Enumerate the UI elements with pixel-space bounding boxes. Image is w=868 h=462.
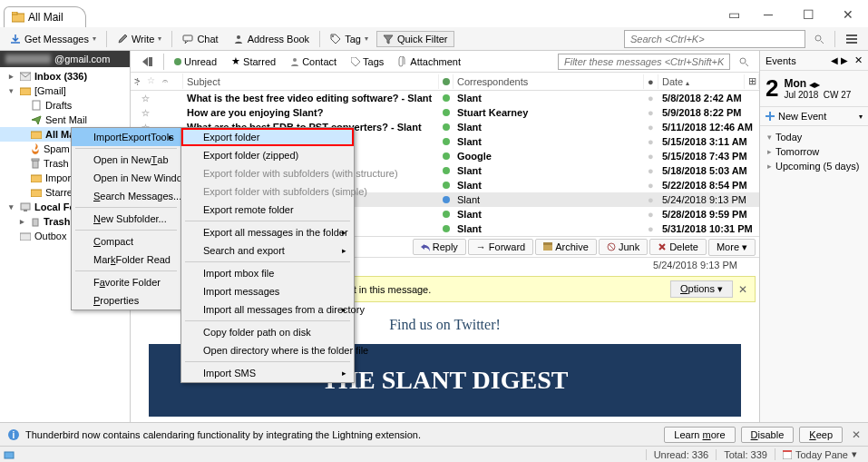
- tab-all-mail[interactable]: All Mail: [4, 6, 86, 27]
- ctx-export-remote[interactable]: Export remote folder: [181, 201, 354, 219]
- account-header[interactable]: @gmail.com: [0, 51, 130, 67]
- ctx-new-subfolder[interactable]: New Subfolder...: [72, 210, 180, 228]
- svg-rect-16: [33, 219, 38, 226]
- sent-icon: [31, 115, 42, 124]
- ctx-import-sms[interactable]: Import SMS▸: [181, 364, 354, 382]
- filter-toggle-button[interactable]: [134, 54, 160, 70]
- maximize-button[interactable]: ☐: [788, 2, 828, 27]
- chat-icon: [182, 34, 193, 44]
- delete-button[interactable]: Delete: [649, 239, 707, 255]
- star-icon: ☆: [147, 75, 155, 87]
- options-button[interactable]: OOptionsptions ▾: [670, 280, 733, 298]
- filter-tags[interactable]: Tags: [345, 54, 390, 70]
- junk-button[interactable]: Junk: [599, 239, 648, 255]
- ctx-copy-path[interactable]: Copy folder path on disk: [181, 323, 354, 341]
- search-input[interactable]: [624, 30, 805, 48]
- thread-icon: ⸖: [134, 75, 140, 87]
- ctx-import-export-tools[interactable]: ImportExportTools▸: [72, 128, 180, 146]
- info-icon: i: [7, 428, 20, 441]
- new-event-button[interactable]: New Event ▾: [760, 107, 868, 126]
- ctx-open-new-tab[interactable]: Open in New Tab: [72, 151, 180, 169]
- col-junk[interactable]: ●: [644, 74, 658, 89]
- close-icon[interactable]: ✕: [854, 54, 863, 65]
- close-icon[interactable]: ✕: [738, 283, 747, 296]
- chat-button[interactable]: Chat: [176, 31, 224, 47]
- funnel-icon: [383, 34, 394, 44]
- svg-point-3: [237, 35, 240, 39]
- next-icon[interactable]: ▶: [841, 55, 848, 65]
- prev-icon[interactable]: ◀: [831, 55, 838, 65]
- next-day-icon[interactable]: ▶: [814, 81, 820, 89]
- filter-starred[interactable]: ★Starred: [225, 53, 282, 70]
- write-button[interactable]: Write ▾: [111, 31, 168, 47]
- today-pane-button[interactable]: Today Pane ▾: [775, 448, 864, 460]
- ctx-import-messages[interactable]: Import messages: [181, 282, 354, 300]
- get-messages-button[interactable]: Get Messages ▾: [4, 31, 102, 47]
- message-row[interactable]: ☆What is the best free video editing sof…: [131, 91, 759, 105]
- ctx-export-all[interactable]: Export all messages in the folder▸: [181, 223, 354, 241]
- svg-rect-12: [31, 175, 42, 182]
- col-date[interactable]: Date ▴: [658, 74, 745, 89]
- fire-icon: [31, 143, 40, 154]
- folder-icon: [31, 173, 42, 182]
- forward-button[interactable]: → Forward: [468, 239, 533, 255]
- svg-rect-18: [149, 57, 152, 66]
- svg-rect-11: [32, 159, 39, 161]
- disable-button[interactable]: Disable: [741, 427, 795, 443]
- filter-input[interactable]: [558, 54, 730, 70]
- column-header: ⸖ ☆ 𝄐 Subject Correspondents ● Date ▴ ⊞: [131, 73, 759, 91]
- filter-unread[interactable]: Unread: [168, 54, 223, 70]
- address-book-button[interactable]: Address Book: [227, 31, 316, 47]
- ctx-mark-read[interactable]: Mark Folder Read: [72, 251, 180, 269]
- folder-icon: [12, 12, 23, 23]
- ctx-search-messages[interactable]: Search Messages...: [72, 187, 180, 205]
- search-options-icon[interactable]: [807, 31, 831, 47]
- ctx-export-folder[interactable]: Export folder: [181, 128, 354, 146]
- main-toolbar: Get Messages ▾ Write ▾ Chat Address Book…: [0, 27, 868, 51]
- cal-tomorrow[interactable]: ▸Tomorrow: [762, 144, 866, 159]
- app-menu-button[interactable]: [839, 31, 864, 47]
- ctx-favorite[interactable]: Favorite Folder: [72, 273, 180, 291]
- reply-button[interactable]: Reply: [413, 239, 466, 255]
- more-button[interactable]: More ▾: [708, 239, 756, 256]
- folder-icon: [20, 86, 31, 95]
- col-correspondents[interactable]: Correspondents: [454, 74, 644, 89]
- col-flags[interactable]: ⸖ ☆ 𝄐: [131, 74, 183, 89]
- col-picker[interactable]: ⊞: [745, 74, 759, 89]
- ctx-search-export[interactable]: Search and export▸: [181, 241, 354, 260]
- ctx-open-dir[interactable]: Open directory where is the folder file: [181, 341, 354, 359]
- col-read[interactable]: [439, 74, 454, 89]
- learn-more-button[interactable]: Learn more: [664, 427, 735, 443]
- folder-sent[interactable]: Sent Mail: [0, 113, 130, 127]
- close-icon[interactable]: ✕: [852, 428, 861, 441]
- filter-attachment[interactable]: Attachment: [392, 54, 467, 70]
- keep-button[interactable]: Keep: [799, 427, 843, 443]
- minimize-button[interactable]: ─: [748, 2, 788, 27]
- folder-inbox[interactable]: ▸ Inbox (336): [0, 69, 130, 84]
- quick-filter-button[interactable]: Quick Filter: [376, 31, 454, 47]
- archive-button[interactable]: Archive: [535, 239, 597, 255]
- ctx-compact[interactable]: Compact: [72, 232, 180, 251]
- ctx-open-new-window[interactable]: Open in New Window: [72, 169, 180, 187]
- ctx-export-sub-struct: Export folder with subfolders (with stru…: [181, 164, 354, 182]
- cal-today[interactable]: ▾Today: [762, 130, 866, 144]
- folder-drafts[interactable]: Drafts: [0, 98, 130, 113]
- ctx-import-dir[interactable]: Import all messages from a directory▸: [181, 300, 354, 319]
- svg-point-4: [332, 35, 334, 37]
- status-bar: Unread: 336 Total: 339 Today Pane ▾: [0, 446, 868, 462]
- pane-icon[interactable]: ▭: [719, 2, 748, 27]
- trash-icon: [31, 216, 40, 227]
- tag-button[interactable]: Tag ▾: [324, 31, 375, 47]
- ctx-import-mbox[interactable]: Import mbox file: [181, 264, 354, 282]
- message-row[interactable]: ☆How are you enjoying Slant?Stuart Kearn…: [131, 105, 759, 120]
- folder-gmail[interactable]: ▾ [Gmail]: [0, 84, 130, 98]
- close-button[interactable]: ✕: [828, 2, 868, 27]
- ctx-properties[interactable]: Properties: [72, 291, 180, 310]
- filter-search-icon[interactable]: [732, 54, 756, 70]
- cal-upcoming[interactable]: ▸Upcoming (5 days): [762, 159, 866, 173]
- online-icon[interactable]: [4, 449, 15, 460]
- svg-point-5: [815, 35, 821, 41]
- filter-contact[interactable]: Contact: [284, 54, 343, 70]
- col-subject[interactable]: Subject: [183, 74, 439, 89]
- ctx-export-zipped[interactable]: Export folder (zipped): [181, 146, 354, 164]
